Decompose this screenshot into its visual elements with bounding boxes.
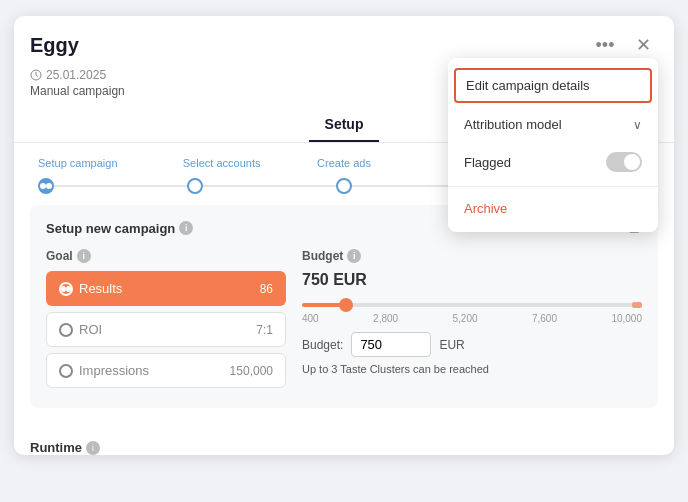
attribution-label: Attribution model: [464, 117, 562, 132]
more-button[interactable]: •••: [590, 30, 620, 60]
dropdown-edit[interactable]: Edit campaign details: [454, 68, 652, 103]
budget-title: Budget i: [302, 249, 642, 263]
flagged-label: Flagged: [464, 155, 511, 170]
edit-campaign-label: Edit campaign details: [466, 78, 590, 93]
budget-currency: EUR: [439, 338, 464, 352]
budget-column: Budget i 750 EUR 400 2,800 5,2: [302, 249, 642, 394]
goal-column: Goal i Results 86: [46, 249, 286, 394]
app-window: Eggy ••• ✕ 25.01.2025 Manual campaign Se…: [14, 16, 674, 455]
goal-results-value: 86: [260, 282, 273, 296]
goal-impressions-label: Impressions: [59, 363, 149, 378]
runtime-info-icon[interactable]: i: [86, 441, 100, 455]
dropdown-attribution[interactable]: Attribution model ∨: [448, 107, 658, 142]
flagged-toggle[interactable]: [606, 152, 642, 172]
archive-label: Archive: [464, 201, 507, 216]
slider-label-0: 400: [302, 313, 319, 324]
close-button[interactable]: ✕: [628, 30, 658, 60]
clock-icon: [30, 69, 42, 81]
budget-label: Budget:: [302, 338, 343, 352]
budget-slider-labels: 400 2,800 5,200 7,600 10,000: [302, 313, 642, 324]
goal-results-text: Results: [79, 281, 122, 296]
budget-input[interactable]: [351, 332, 431, 357]
svg-line-2: [36, 75, 38, 77]
dropdown-flagged[interactable]: Flagged: [448, 142, 658, 182]
section-info-icon[interactable]: i: [179, 221, 193, 235]
goal-impressions-radio: [59, 364, 73, 378]
slider-label-4: 10,000: [611, 313, 642, 324]
slider-label-3: 7,600: [532, 313, 557, 324]
budget-slider-track: [302, 303, 642, 307]
main-content: Setup new campaign i ▲ Goal i: [14, 205, 674, 430]
goal-roi[interactable]: ROI 7:1: [46, 312, 286, 347]
runtime-section: Runtime i: [14, 430, 674, 455]
budget-slider-thumb[interactable]: [339, 298, 353, 312]
goal-impressions[interactable]: Impressions 150,000: [46, 353, 286, 388]
attribution-chevron-icon: ∨: [633, 118, 642, 132]
section-title: Setup new campaign i: [46, 221, 193, 236]
budget-info-icon[interactable]: i: [347, 249, 361, 263]
app-title: Eggy: [30, 34, 79, 57]
goal-results[interactable]: Results 86: [46, 271, 286, 306]
title-actions: ••• ✕: [590, 30, 658, 60]
step-label-0: Setup campaign: [38, 157, 160, 169]
runtime-title: Runtime: [30, 440, 82, 455]
dropdown-archive[interactable]: Archive: [448, 191, 658, 226]
budget-input-row: Budget: EUR: [302, 332, 642, 357]
goal-title: Goal i: [46, 249, 286, 263]
step-label-1: Select accounts: [160, 157, 282, 169]
goal-results-radio: [59, 282, 73, 296]
goal-info-icon[interactable]: i: [77, 249, 91, 263]
tab-setup[interactable]: Setup: [309, 108, 380, 142]
goal-roi-label: ROI: [59, 322, 102, 337]
goal-roi-text: ROI: [79, 322, 102, 337]
step-label-2: Create ads: [283, 157, 405, 169]
dropdown-divider: [448, 186, 658, 187]
step-dot-0[interactable]: [38, 178, 54, 194]
budget-title-text: Budget: [302, 249, 343, 263]
goal-roi-radio: [59, 323, 73, 337]
budget-slider-end: [632, 302, 642, 308]
goal-impressions-value: 150,000: [230, 364, 273, 378]
budget-amount: 750 EUR: [302, 271, 642, 289]
goal-impressions-text: Impressions: [79, 363, 149, 378]
step-dot-2[interactable]: [336, 178, 352, 194]
goal-results-label: Results: [59, 281, 122, 296]
goal-title-text: Goal: [46, 249, 73, 263]
slider-label-2: 5,200: [453, 313, 478, 324]
budget-slider-container: 400 2,800 5,200 7,600 10,000: [302, 303, 642, 324]
setup-section: Setup new campaign i ▲ Goal i: [30, 205, 658, 408]
budget-note: Up to 3 Taste Clusters can be reached: [302, 363, 642, 375]
step-dot-1[interactable]: [187, 178, 203, 194]
section-title-text: Setup new campaign: [46, 221, 175, 236]
app-name: Eggy: [30, 34, 79, 57]
slider-label-1: 2,800: [373, 313, 398, 324]
dropdown-menu: Edit campaign details Attribution model …: [448, 58, 658, 232]
goal-roi-value: 7:1: [256, 323, 273, 337]
date-text: 25.01.2025: [46, 68, 106, 82]
two-col-layout: Goal i Results 86: [46, 249, 642, 394]
